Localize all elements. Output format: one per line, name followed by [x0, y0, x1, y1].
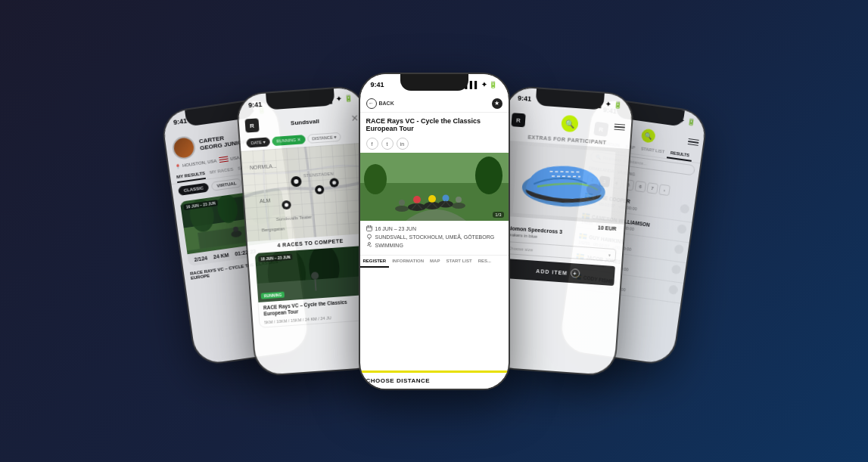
svg-point-39	[428, 195, 436, 203]
participants-val: 2/124	[194, 255, 207, 262]
svg-point-49	[456, 197, 462, 203]
size-placeholder: Choose size	[508, 245, 533, 251]
calendar-icon	[366, 225, 372, 231]
facebook-icon[interactable]: f	[366, 138, 378, 150]
race-image-svg-center	[360, 153, 509, 221]
page-7[interactable]: 7	[646, 182, 658, 194]
favorite-button[interactable]: ★	[492, 98, 502, 109]
detail-date: 16 JUN – 23 JUN	[366, 225, 502, 231]
app-logo-lm: R	[244, 118, 259, 132]
plus-icon: +	[570, 268, 580, 278]
tabs-row: REGISTER INFORMATION MAP START LIST RES.…	[360, 255, 509, 268]
avatar	[171, 135, 197, 160]
chevron-down-icon: ▾	[608, 252, 610, 257]
result-action-3[interactable]	[674, 243, 684, 254]
time-lm: 9:41	[247, 100, 262, 108]
tab-results[interactable]: RES...	[475, 256, 494, 268]
price-value: 10 EUR	[597, 225, 616, 231]
stat-participants: 2/124	[194, 255, 207, 262]
back-button[interactable]: ← BACK	[366, 98, 394, 109]
tab-start-list[interactable]: START LIST	[443, 256, 474, 268]
filter-date[interactable]: DATE ▾	[246, 137, 270, 147]
phone-center: 9:41 ▌▌▌ ✦ 🔋 ← BACK ★ RACE Rays VC - Cyc…	[359, 73, 510, 390]
svg-point-54	[367, 234, 371, 238]
location-pin: 📍	[174, 163, 180, 169]
time-rm: 9:41	[517, 94, 531, 102]
result-action-2[interactable]	[677, 224, 687, 234]
svg-point-56	[368, 243, 370, 245]
race-title: RACE Rays VC - Cycle the Classics Europe…	[360, 113, 509, 137]
race-image: 1/3	[360, 153, 509, 221]
page-6[interactable]: 6	[634, 180, 646, 192]
svg-point-33	[475, 157, 502, 194]
map-grid	[241, 142, 372, 241]
choose-distance-label: CHOOSE DISTANCE	[366, 377, 431, 384]
map-area: NORMLA... ALM STENSTADEN	[241, 142, 372, 241]
signal-center: ▌▌▌ ✦ 🔋	[465, 81, 497, 88]
detail-activity: SWIMMING	[366, 242, 502, 248]
search-button-rm[interactable]: 🔍	[561, 114, 578, 132]
add-item-label: ADD ITEM	[536, 268, 568, 275]
back-icon: ←	[366, 98, 377, 109]
linkedin-icon[interactable]: in	[397, 138, 409, 150]
location-text: SUNDSVALL, STOCKHOLM, UMEÅ, GÖTEBORG	[375, 234, 495, 240]
race-item-lm[interactable]: 18 JUN – 23 JUN RUNNING RACE Rays VC – C…	[254, 244, 372, 327]
tab-map[interactable]: MAP	[427, 256, 443, 268]
page-next[interactable]: ›	[658, 184, 670, 196]
filter-running[interactable]: RUNNING ✕	[272, 135, 306, 146]
add-item-button[interactable]: ADD ITEM +	[500, 258, 614, 285]
stat-distance: 24 KM	[213, 252, 229, 259]
image-counter: 1/3	[493, 212, 503, 218]
center-header: ← BACK ★	[360, 95, 509, 113]
time-center: 9:41	[371, 81, 384, 88]
tab-register[interactable]: REGISTER	[360, 256, 390, 268]
activity-text: SWIMMING	[375, 243, 403, 248]
distance-val: 24 KM	[213, 252, 229, 259]
rm-content: R 🔍 EXTRAS FOR PARTICIPANT	[494, 107, 631, 286]
running-badge: RUNNING	[260, 291, 285, 299]
svg-point-48	[452, 203, 465, 209]
shoe-image	[499, 140, 630, 224]
menu-button-rf[interactable]	[687, 138, 698, 145]
back-label: BACK	[379, 101, 394, 106]
race-item-image: 18 JUN – 23 JUN RUNNING	[254, 245, 369, 302]
country-label: USA	[229, 155, 239, 161]
svg-point-34	[408, 203, 426, 211]
location-label-lm: Sundsvall	[290, 117, 319, 126]
date-text: 16 JUN – 23 JUN	[375, 226, 416, 231]
result-action-5[interactable]	[668, 284, 679, 295]
choose-distance-bar[interactable]: CHOOSE DISTANCE	[360, 371, 509, 389]
swim-icon	[366, 242, 372, 248]
notch-center	[400, 74, 468, 91]
social-icons: f t in	[360, 136, 509, 153]
app-logo-rm: R	[511, 113, 525, 127]
twitter-icon[interactable]: t	[381, 138, 394, 150]
center-content: ← BACK ★ RACE Rays VC - Cycle the Classi…	[360, 95, 509, 268]
race-details: 16 JUN – 23 JUN SUNDSVALL, STOCKHOLM, UM…	[360, 221, 509, 255]
filter-classic[interactable]: CLASSIC	[178, 182, 210, 195]
location-icon	[366, 234, 372, 240]
tab-information[interactable]: INFORMATION	[389, 256, 427, 268]
search-button-rf[interactable]: 🔍	[640, 128, 655, 143]
filter-virtual[interactable]: VIRTUAL	[210, 178, 241, 191]
svg-rect-50	[366, 226, 372, 231]
svg-point-43	[442, 195, 449, 202]
filter-distance[interactable]: DISTANCE ▾	[307, 132, 341, 143]
close-btn-lm[interactable]: ✕	[350, 113, 359, 124]
phones-container: 9:41 ▌▌▌ ✦ 🔋 CARTERGEORG JUNIOR 📍 HOUSTO…	[0, 0, 868, 462]
usa-flag	[218, 156, 228, 163]
lm-content: R Sundsvall ✕ DATE ▾ RUNNING ✕ DISTANCE …	[238, 107, 378, 327]
result-action-4[interactable]	[670, 264, 681, 274]
detail-location: SUNDSVALL, STOCKHOLM, UMEÅ, GÖTEBORG	[366, 234, 502, 240]
menu-button-rm[interactable]	[614, 123, 625, 130]
svg-point-32	[364, 164, 387, 194]
svg-point-35	[413, 196, 421, 203]
shoe-svg	[512, 144, 615, 219]
svg-point-47	[399, 200, 405, 206]
result-action-1[interactable]	[680, 203, 690, 214]
svg-point-46	[395, 206, 409, 212]
phone-screen-center: 9:41 ▌▌▌ ✦ 🔋 ← BACK ★ RACE Rays VC - Cyc…	[360, 74, 509, 389]
